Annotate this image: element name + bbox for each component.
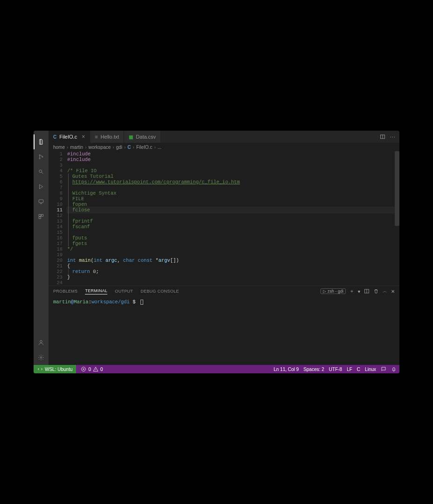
- run-debug-icon[interactable]: [34, 179, 49, 194]
- svg-point-0: [39, 154, 40, 155]
- svg-point-3: [39, 170, 42, 173]
- settings-gear-icon[interactable]: [34, 350, 49, 365]
- panel-tab-terminal[interactable]: TERMINAL: [85, 288, 107, 294]
- breadcrumb-separator: ›: [124, 145, 126, 150]
- svg-rect-4: [39, 200, 43, 203]
- svg-point-1: [39, 158, 40, 159]
- os-status[interactable]: Linux: [365, 367, 376, 372]
- split-editor-icon[interactable]: [380, 134, 385, 140]
- code-line[interactable]: [67, 162, 399, 168]
- tab-label: Data.csv: [136, 134, 156, 140]
- close-tab-icon[interactable]: ×: [82, 133, 85, 140]
- language-status[interactable]: C: [357, 367, 360, 372]
- code-line[interactable]: fopen: [67, 202, 399, 207]
- code-line[interactable]: [67, 252, 399, 258]
- accounts-icon[interactable]: [34, 335, 49, 350]
- code-line[interactable]: [67, 230, 399, 235]
- warning-count: 0: [100, 367, 103, 372]
- code-line[interactable]: return 0;: [67, 269, 399, 274]
- cursor-position[interactable]: Ln 11, Col 9: [273, 367, 299, 372]
- svg-rect-5: [39, 214, 41, 216]
- editor-scrollbar[interactable]: [395, 151, 399, 226]
- code-area[interactable]: #include #include /* File IOGutes Tutori…: [67, 151, 399, 286]
- terminal-shell-select[interactable]: ▷zsh - gdi: [321, 288, 346, 294]
- breadcrumb-segment[interactable]: home: [53, 145, 65, 150]
- new-terminal-icon[interactable]: ＋: [349, 288, 354, 294]
- breadcrumb-segment[interactable]: workspace: [89, 145, 111, 150]
- remote-explorer-icon[interactable]: [34, 194, 49, 209]
- terminal-host: Maria: [74, 299, 89, 305]
- maximize-panel-icon[interactable]: ︿: [383, 288, 387, 294]
- notifications-icon[interactable]: [391, 366, 397, 372]
- error-count: 0: [88, 367, 91, 372]
- remote-label: WSL: Ubuntu: [45, 367, 72, 372]
- panel-tab-output[interactable]: OUTPUT: [115, 289, 133, 294]
- code-line[interactable]: FILE: [67, 196, 399, 202]
- panel-tab-problems[interactable]: PROBLEMS: [53, 289, 77, 294]
- breadcrumb-segment[interactable]: martin: [70, 145, 83, 150]
- code-line[interactable]: [67, 213, 399, 218]
- terminal-user: martin: [53, 299, 71, 305]
- terminal-cursor: [140, 300, 143, 305]
- code-line[interactable]: #include: [67, 157, 399, 162]
- code-line[interactable]: https://www.tutorialspoint.com/cprogramm…: [67, 179, 399, 185]
- code-line[interactable]: Wichtige Syntax: [67, 190, 399, 196]
- breadcrumb-separator: ›: [67, 145, 68, 150]
- breadcrumb-segment[interactable]: FileIO.c: [136, 145, 152, 150]
- code-line[interactable]: fputs: [67, 235, 399, 241]
- eol-status[interactable]: LF: [347, 367, 352, 372]
- problems-status[interactable]: 0 0: [81, 366, 103, 372]
- code-line[interactable]: {: [67, 263, 399, 269]
- terminal-body[interactable]: martin@Maria:workspace/gdi $: [49, 296, 399, 365]
- code-line[interactable]: fprintf: [67, 218, 399, 224]
- source-control-icon[interactable]: [34, 149, 49, 164]
- code-line[interactable]: fscanf: [67, 224, 399, 230]
- code-line[interactable]: /* File IO: [67, 168, 399, 174]
- code-line[interactable]: }: [67, 274, 399, 280]
- code-editor[interactable]: 123456789101112131415161718192021222324 …: [49, 151, 399, 286]
- breadcrumb-separator: ›: [85, 145, 86, 150]
- encoding-status[interactable]: UTF-8: [329, 367, 342, 372]
- tab-hello-txt[interactable]: ≡Hello.txt: [90, 131, 124, 143]
- extensions-icon[interactable]: [34, 209, 49, 224]
- file-c-icon: C: [127, 145, 131, 150]
- vscode-window: CFileIO.c×≡Hello.txt▦Data.csv ··· home›m…: [34, 131, 399, 373]
- tab-data-csv[interactable]: ▦Data.csv: [124, 131, 161, 143]
- code-line[interactable]: [67, 280, 399, 286]
- feedback-icon[interactable]: [381, 366, 386, 372]
- code-line[interactable]: fclose: [67, 207, 399, 213]
- code-line[interactable]: fgets: [67, 241, 399, 246]
- close-panel-icon[interactable]: ✕: [391, 289, 395, 294]
- search-icon[interactable]: [34, 164, 49, 179]
- file-csv-icon: ▦: [129, 134, 133, 140]
- indent-status[interactable]: Spaces: 2: [303, 367, 324, 372]
- tab-label: Hello.txt: [101, 134, 119, 140]
- code-line[interactable]: [67, 185, 399, 190]
- svg-point-9: [40, 357, 42, 358]
- editor-actions: ···: [376, 131, 399, 143]
- panel-tab-debug-console[interactable]: DEBUG CONSOLE: [140, 289, 179, 294]
- activity-bar: [34, 131, 49, 365]
- breadcrumb-segment[interactable]: gdi: [116, 145, 122, 150]
- file-c-icon: C: [53, 134, 56, 140]
- remote-indicator[interactable]: WSL: Ubuntu: [34, 365, 76, 373]
- svg-rect-6: [42, 214, 43, 216]
- code-line[interactable]: Gutes Tutorial: [67, 174, 399, 179]
- breadcrumb[interactable]: home›martin›workspace›gdi›C›FileIO.c›...: [49, 143, 399, 151]
- code-line[interactable]: int main(int argc, char const *argv[]): [67, 258, 399, 263]
- bottom-panel: PROBLEMSTERMINALOUTPUTDEBUG CONSOLE ▷zsh…: [49, 286, 399, 365]
- split-terminal-icon[interactable]: [364, 288, 370, 294]
- kill-terminal-icon[interactable]: [373, 288, 379, 294]
- code-line[interactable]: #include: [67, 151, 399, 157]
- code-line[interactable]: */: [67, 246, 399, 252]
- breadcrumb-segment[interactable]: ...: [158, 145, 161, 150]
- breadcrumb-separator: ›: [154, 145, 155, 150]
- explorer-icon[interactable]: [34, 134, 49, 149]
- more-actions-icon[interactable]: ···: [390, 134, 396, 140]
- line-gutter: 123456789101112131415161718192021222324: [49, 151, 67, 286]
- status-bar: WSL: Ubuntu 0 0 Ln 11, Col 9 Spaces: 2 U…: [34, 365, 399, 373]
- svg-point-8: [40, 340, 42, 343]
- tab-fileio-c[interactable]: CFileIO.c×: [49, 131, 90, 143]
- terminal-path: workspace/gdi: [91, 299, 130, 305]
- terminal-dropdown-icon[interactable]: ▾: [358, 289, 360, 294]
